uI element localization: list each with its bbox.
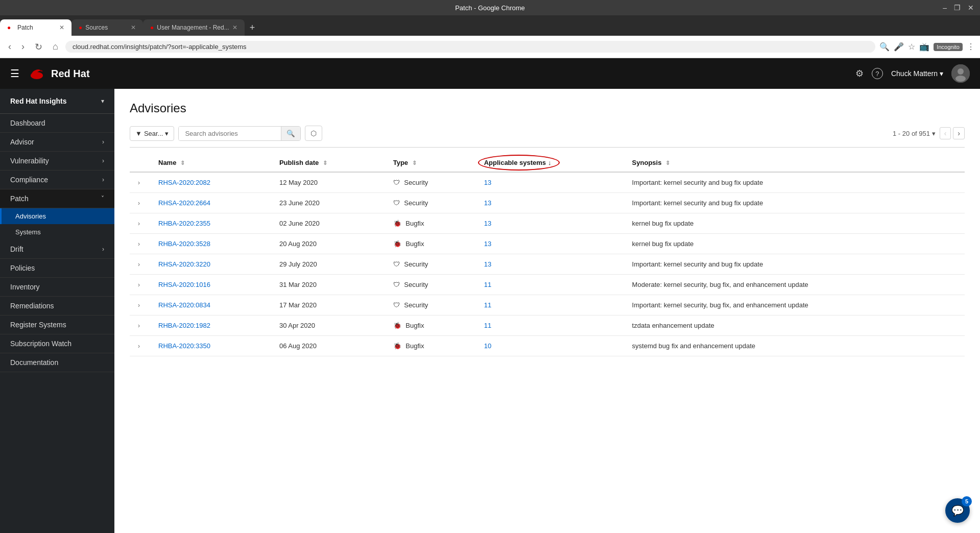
avatar[interactable] — [951, 64, 970, 83]
advisory-link[interactable]: RHBA-2020:3350 — [158, 342, 210, 350]
help-icon[interactable]: ? — [872, 68, 883, 79]
col-synopsis[interactable]: Synopsis ⇕ — [624, 154, 965, 172]
forward-button[interactable]: › — [18, 40, 28, 53]
applicable-systems-link[interactable]: 13 — [484, 179, 491, 186]
advisory-link[interactable]: RHBA-2020:1982 — [158, 322, 210, 329]
address-input[interactable] — [65, 41, 875, 53]
applicable-systems-link[interactable]: 13 — [484, 240, 491, 248]
close-button[interactable]: ✕ — [968, 4, 974, 12]
filter-label: Sear... — [144, 130, 163, 137]
back-button[interactable]: ‹ — [5, 40, 14, 53]
home-button[interactable]: ⌂ — [50, 40, 61, 53]
applicable-systems-link[interactable]: 10 — [484, 342, 491, 350]
pagination-caret-icon[interactable]: ▾ — [932, 130, 936, 137]
tab-patch-close[interactable]: ✕ — [59, 24, 64, 31]
row-expand-button[interactable]: › — [138, 220, 140, 227]
applicable-systems-link[interactable]: 11 — [484, 301, 491, 309]
row-expand-button[interactable]: › — [138, 179, 140, 186]
advisory-link[interactable]: RHBA-2020:2355 — [158, 220, 210, 227]
export-button[interactable]: ⬡ — [305, 126, 322, 141]
applicable-systems-link[interactable]: 11 — [484, 322, 491, 329]
search-icon[interactable]: 🔍 — [879, 42, 890, 52]
menu-icon[interactable]: ⋮ — [967, 42, 975, 52]
applicable-systems-link[interactable]: 11 — [484, 281, 491, 288]
row-expand-button[interactable]: › — [138, 322, 140, 329]
tab-sources-close[interactable]: ✕ — [131, 24, 136, 31]
pagination-prev-button[interactable]: ‹ — [940, 127, 951, 139]
applicable-systems-link[interactable]: 13 — [484, 260, 491, 268]
tab-user-mgmt[interactable]: ● User Management - Red... ✕ — [143, 19, 245, 36]
sidebar-item-compliance[interactable]: Compliance › — [0, 171, 114, 189]
synopsis-cell: kernel bug fix update — [624, 234, 965, 254]
sidebar-item-vulnerability[interactable]: Vulnerability › — [0, 152, 114, 171]
new-tab-button[interactable]: + — [245, 19, 260, 36]
reload-button[interactable]: ↻ — [32, 40, 45, 54]
extension-icon[interactable]: 🎤 — [894, 42, 904, 52]
synopsis-cell: kernel bug fix update — [624, 213, 965, 234]
window-controls[interactable]: – ❐ ✕ — [943, 4, 974, 12]
table-row: › RHSA-2020:2664 23 June 2020 🛡 Security… — [130, 193, 965, 213]
row-expand-button[interactable]: › — [138, 302, 140, 309]
pagination-next-button[interactable]: › — [953, 127, 965, 139]
filter-caret-icon: ▾ — [165, 130, 169, 137]
search-input[interactable] — [179, 127, 281, 140]
col-name[interactable]: Name ⇕ — [150, 154, 271, 172]
sidebar-item-advisor[interactable]: Advisor › — [0, 133, 114, 152]
sidebar-item-inventory[interactable]: Inventory — [0, 278, 114, 297]
row-expand-button[interactable]: › — [138, 200, 140, 207]
sidebar-app-header[interactable]: Red Hat Insights ▾ — [0, 89, 114, 114]
tab-sources-label: Sources — [85, 24, 108, 31]
tab-user-mgmt-close[interactable]: ✕ — [232, 24, 237, 31]
advisory-link[interactable]: RHBA-2020:3528 — [158, 240, 210, 248]
advisory-link[interactable]: RHSA-2020:2082 — [158, 179, 210, 186]
app-wrapper: ☰ Red Hat ⚙ ? Chuck Mattern ▾ — [0, 58, 980, 533]
applicable-systems-link[interactable]: 13 — [484, 199, 491, 207]
user-name[interactable]: Chuck Mattern ▾ — [891, 69, 943, 78]
col-publish-date[interactable]: Publish date ⇕ — [271, 154, 385, 172]
sidebar-sub-item-advisories[interactable]: Advisories — [0, 208, 114, 224]
advisory-link[interactable]: RHSA-2020:3220 — [158, 260, 210, 268]
hamburger-button[interactable]: ☰ — [10, 67, 19, 80]
sidebar-item-remediations[interactable]: Remediations — [0, 297, 114, 316]
tab-sources[interactable]: ● Sources ✕ — [71, 19, 143, 36]
chat-widget[interactable]: 💬 5 — [945, 498, 970, 523]
minimize-button[interactable]: – — [943, 4, 947, 12]
settings-icon[interactable]: ⚙ — [855, 68, 864, 79]
vulnerability-caret-icon: › — [102, 157, 104, 164]
advisory-link[interactable]: RHSA-2020:2664 — [158, 199, 210, 207]
type-cell: 🛡 Security — [385, 254, 476, 275]
tab-patch[interactable]: ● Patch ✕ — [0, 19, 71, 36]
search-button[interactable]: 🔍 — [281, 127, 300, 140]
sidebar-item-policies[interactable]: Policies — [0, 259, 114, 278]
sidebar-sub-item-systems[interactable]: Systems — [0, 224, 114, 240]
bugfix-icon: 🐞 — [393, 240, 401, 248]
applicable-systems-link[interactable]: 13 — [484, 220, 491, 227]
row-expand-button[interactable]: › — [138, 343, 140, 350]
table-row: › RHBA-2020:1982 30 Apr 2020 🐞 Bugfix 11… — [130, 316, 965, 336]
maximize-button[interactable]: ❐ — [954, 4, 961, 12]
sidebar-app-caret: ▾ — [101, 98, 104, 105]
row-expand-button[interactable]: › — [138, 261, 140, 268]
sidebar-item-register-systems[interactable]: Register Systems — [0, 316, 114, 334]
security-icon: 🛡 — [393, 199, 400, 207]
bookmark-icon[interactable]: ☆ — [908, 42, 915, 52]
filter-button[interactable]: ▼ Sear... ▾ — [130, 126, 174, 141]
sidebar-item-patch[interactable]: Patch ˅ — [0, 189, 114, 208]
sidebar-item-documentation[interactable]: Documentation — [0, 353, 114, 372]
advisory-link[interactable]: RHSA-2020:0834 — [158, 301, 210, 309]
sidebar-item-dashboard[interactable]: Dashboard — [0, 114, 114, 133]
sidebar-item-drift[interactable]: Drift › — [0, 240, 114, 259]
sidebar-item-subscription-watch[interactable]: Subscription Watch — [0, 334, 114, 353]
type-cell: 🐞 Bugfix — [385, 316, 476, 336]
table-row: › RHBA-2020:3528 20 Aug 2020 🐞 Bugfix 13… — [130, 234, 965, 254]
type-cell: 🐞 Bugfix — [385, 213, 476, 234]
type-cell: 🐞 Bugfix — [385, 336, 476, 356]
row-expand-button[interactable]: › — [138, 240, 140, 248]
col-type[interactable]: Type ⇕ — [385, 154, 476, 172]
col-applicable-systems[interactable]: Applicable systems ↓ — [476, 154, 624, 172]
advisory-link[interactable]: RHSA-2020:1016 — [158, 281, 210, 288]
name-sort-icon: ⇕ — [180, 160, 185, 166]
synopsis-cell: systemd bug fix and enhancement update — [624, 336, 965, 356]
row-expand-button[interactable]: › — [138, 281, 140, 288]
cast-icon[interactable]: 📺 — [919, 42, 929, 52]
